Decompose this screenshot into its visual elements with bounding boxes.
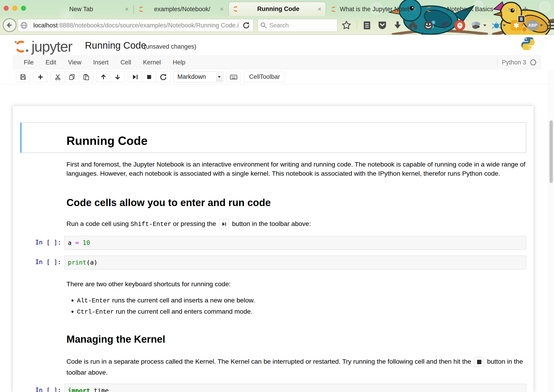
- notebook-container: Running Code First and foremost, the Jup…: [13, 106, 534, 392]
- reload-button[interactable]: [239, 21, 253, 29]
- navigation-toolbar: localhost:8888/notebooks/docs/source/exa…: [0, 16, 554, 35]
- search-field[interactable]: [258, 19, 338, 32]
- kernel-name: Python 3: [502, 59, 526, 66]
- add-cell-button[interactable]: [33, 72, 48, 82]
- menu-kernel[interactable]: Kernel: [137, 59, 167, 66]
- tab-what-is-jupyter[interactable]: What is the Jupyter Notebook ×: [327, 2, 420, 16]
- home-icon[interactable]: [408, 20, 418, 31]
- tab-running-code-active[interactable]: Running Code ×: [229, 2, 326, 16]
- pocket-icon[interactable]: [377, 20, 388, 31]
- save-button[interactable]: [16, 72, 30, 82]
- shortcuts-list: Alt-Enter runs the current cell and inse…: [66, 295, 528, 317]
- download-icon[interactable]: [393, 20, 403, 31]
- markdown-cell-selected[interactable]: Running Code: [20, 122, 526, 153]
- list-item: Alt-Enter runs the current cell and inse…: [77, 295, 528, 306]
- notebook-h1: Running Code: [66, 134, 524, 147]
- notebook-area: Running Code First and foremost, the Jup…: [0, 106, 554, 392]
- input-prompt: In [ ]:: [20, 236, 64, 250]
- input-prompt: In [ ]:: [20, 256, 64, 269]
- browser-chrome: New Tab × examples/Notebook/ × Running C…: [0, 0, 554, 35]
- url-host: localhost: [33, 22, 58, 29]
- code-input[interactable]: print(a): [64, 256, 526, 269]
- menu-view[interactable]: View: [62, 59, 87, 66]
- new-tab-button[interactable]: +: [522, 6, 528, 13]
- tab-close-icon[interactable]: ×: [507, 6, 512, 13]
- code-cell: In [ ]: a = 10: [20, 236, 526, 250]
- dropdown-arrow-icon: [483, 24, 486, 27]
- run-instruction-line: Run a code cell using Shift-Enter or pre…: [66, 219, 528, 229]
- scrollbar-thumb[interactable]: [549, 120, 553, 183]
- url-bar[interactable]: localhost:8888/notebooks/docs/source/exa…: [18, 19, 254, 32]
- tab-label: Notebook Basics: [435, 6, 505, 13]
- page-scrollbar[interactable]: [548, 70, 554, 392]
- back-button[interactable]: [3, 18, 16, 32]
- move-cell-down-button[interactable]: [111, 72, 125, 82]
- cut-cell-button[interactable]: [51, 72, 65, 82]
- code-input[interactable]: a = 10: [64, 236, 526, 250]
- window-minimize-button[interactable]: [12, 6, 17, 11]
- kbd-ctrl-enter: Ctrl-Enter: [77, 309, 114, 315]
- send-to-device-icon[interactable]: [439, 20, 449, 31]
- menu-insert[interactable]: Insert: [87, 59, 115, 66]
- addon-puzzle-icon[interactable]: ✱ 8: [511, 20, 522, 31]
- cell-type-select[interactable]: Markdown: [173, 71, 223, 83]
- reading-list-icon[interactable]: [362, 20, 372, 31]
- notebook-title[interactable]: Running Code: [85, 40, 146, 51]
- kernel-paragraph: Code is run in a separate process called…: [66, 356, 528, 378]
- site-identity-globe-icon[interactable]: [18, 22, 30, 29]
- addon-fly-icon[interactable]: [470, 20, 486, 31]
- interrupt-kernel-button[interactable]: [142, 72, 156, 82]
- jupyter-favicon: [426, 6, 433, 12]
- shortcuts-paragraph: There are two other keyboard shortcuts f…: [66, 279, 528, 288]
- jupyter-header: jupyter Running Code (unsaved changes): [0, 35, 554, 56]
- code-input[interactable]: import timetime.sleep(10): [64, 384, 526, 392]
- tab-new-tab[interactable]: New Tab ×: [36, 2, 133, 16]
- tab-strip: New Tab × examples/Notebook/ × Running C…: [0, 0, 554, 16]
- window-maximize-button[interactable]: [21, 6, 26, 11]
- command-palette-button[interactable]: [227, 72, 241, 82]
- feedback-smiley-icon[interactable]: [423, 20, 434, 31]
- celltoolbar-button[interactable]: CellToolbar: [244, 72, 285, 82]
- run-cell-button[interactable]: [128, 72, 142, 82]
- checkpoint-status: (unsaved changes): [144, 43, 196, 50]
- tab-examples-notebook[interactable]: examples/Notebook/ ×: [134, 2, 228, 16]
- copy-cell-button[interactable]: [65, 72, 79, 82]
- section-heading-code-cells: Code cells allow you to enter and run co…: [66, 197, 533, 208]
- screen: New Tab × examples/Notebook/ × Running C…: [0, 0, 554, 392]
- search-input[interactable]: [269, 22, 324, 29]
- menu-file[interactable]: File: [18, 59, 40, 66]
- window-controls: [4, 6, 26, 11]
- tab-close-icon[interactable]: ×: [125, 6, 129, 13]
- tab-close-icon[interactable]: ×: [318, 6, 322, 13]
- tab-close-icon[interactable]: ×: [412, 6, 416, 13]
- tab-separator: [517, 5, 517, 14]
- input-prompt: In [ ]:: [20, 384, 64, 392]
- window-close-button[interactable]: [4, 6, 9, 11]
- tab-label: examples/Notebook/: [147, 6, 217, 13]
- jupyter-app: jupyter Running Code (unsaved changes) F…: [0, 35, 554, 392]
- restart-kernel-button[interactable]: [156, 72, 170, 82]
- code-cell: In [ ]: import timetime.sleep(10): [20, 384, 526, 392]
- adblock-plus-icon[interactable]: ABP: [527, 20, 543, 31]
- move-cell-up-button[interactable]: [96, 72, 111, 82]
- duckduckgo-icon[interactable]: [454, 20, 465, 31]
- tab-separator: [421, 5, 422, 14]
- dropdown-arrow-icon: [503, 24, 506, 27]
- tab-notebook-basics[interactable]: Notebook Basics ×: [422, 2, 516, 16]
- bookmark-star-icon[interactable]: [341, 20, 352, 31]
- browser-action-icons: ✱ 8 ABP: [341, 16, 554, 35]
- menu-help[interactable]: Help: [167, 59, 191, 66]
- kbd-alt-enter: Alt-Enter: [77, 297, 110, 304]
- back-arrow-icon: [6, 21, 14, 29]
- menu-row: File Edit View Insert Cell Kernel Help P…: [0, 56, 554, 69]
- select-arrow-icon: [216, 73, 222, 81]
- menu-cell[interactable]: Cell: [115, 59, 137, 66]
- addon-bug-icon[interactable]: [492, 20, 506, 31]
- dropdown-arrow-icon: [540, 24, 543, 27]
- list-item: Ctrl-Enter run the current cell and ente…: [77, 306, 528, 317]
- paste-cell-button[interactable]: [79, 72, 93, 82]
- menu-edit[interactable]: Edit: [40, 59, 62, 66]
- menu-hamburger-icon[interactable]: [548, 21, 554, 29]
- tab-close-icon[interactable]: ×: [220, 6, 224, 13]
- jupyter-logo[interactable]: jupyter: [14, 38, 72, 55]
